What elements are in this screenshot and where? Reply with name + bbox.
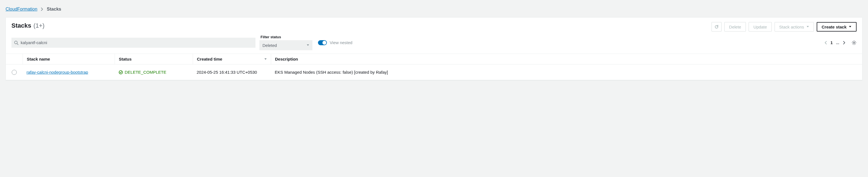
create-stack-button[interactable]: Create stack [817,22,857,32]
delete-button[interactable]: Delete [724,22,746,32]
search-input[interactable] [21,40,253,45]
update-button[interactable]: Update [749,22,772,32]
sort-desc-icon [264,58,267,60]
filter-status-value: Deleted [262,43,277,48]
refresh-icon [714,25,719,29]
col-created-time[interactable]: Created time [193,54,271,64]
col-description-label: Description [275,57,298,61]
panel-header: Stacks (1+) Delete Update Stack actions [6,18,862,35]
svg-point-1 [854,42,855,43]
create-stack-label: Create stack [822,25,846,29]
breadcrumb-current: Stacks [47,7,61,12]
pager-current: 1 [831,40,833,45]
pager-prev[interactable] [824,40,827,45]
view-nested-toggle[interactable] [318,40,327,45]
refresh-button[interactable] [712,22,721,32]
check-circle-icon [119,70,123,75]
search-input-wrap[interactable] [11,38,255,48]
filter-status-select[interactable]: Deleted [259,40,312,50]
col-stack-name[interactable]: Stack name [23,54,115,64]
col-stack-name-label: Stack name [27,57,50,61]
caret-down-icon [849,26,851,28]
caret-down-icon [806,26,809,28]
filter-row: Filter status Deleted View nested 1 ... [6,35,862,54]
status-badge: DELETE_COMPLETE [119,70,166,75]
col-description[interactable]: Description [271,54,862,64]
breadcrumb-root-link[interactable]: CloudFormation [6,7,37,12]
search-icon [14,40,19,45]
svg-point-2 [119,70,122,74]
stack-actions-label: Stack actions [779,25,804,29]
stacks-count: (1+) [33,22,44,29]
pager-next[interactable] [843,40,846,45]
status-text: DELETE_COMPLETE [125,70,166,75]
breadcrumb: CloudFormation Stacks [6,4,862,14]
description-text: EKS Managed Nodes (SSH access: false) [c… [275,70,388,75]
row-select-radio[interactable] [12,70,17,75]
stack-actions-button[interactable]: Stack actions [775,22,814,32]
stack-name-link[interactable]: rafay-calcni-nodegroup-bootstrap [27,70,88,75]
pager-ellipsis: ... [836,40,839,45]
chevron-right-icon [41,7,43,11]
table-header: Stack name Status Created time Descripti… [6,54,862,64]
page-title: Stacks [11,22,31,29]
settings-button[interactable] [851,40,857,45]
caret-down-icon [307,44,309,46]
col-status[interactable]: Status [115,54,193,64]
col-select [6,54,23,64]
stacks-panel: Stacks (1+) Delete Update Stack actions [6,17,862,80]
view-nested-toggle-wrap: View nested [318,40,352,45]
filter-status-label: Filter status [260,35,312,39]
table-row: rafay-calcni-nodegroup-bootstrap DELETE_… [6,64,862,80]
col-status-label: Status [119,57,132,61]
pager: 1 ... [824,40,857,45]
created-time-text: 2024-05-25 16:41:33 UTC+0530 [197,70,257,75]
view-nested-label: View nested [330,40,352,45]
col-created-time-label: Created time [197,57,222,61]
